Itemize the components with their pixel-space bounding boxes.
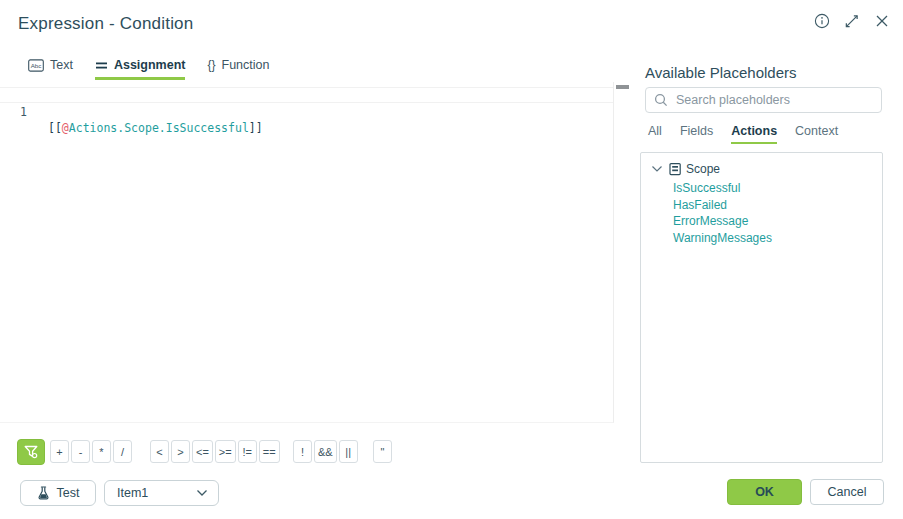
tab-text[interactable]: Abc Text: [28, 58, 73, 80]
ph-tab-all[interactable]: All: [648, 124, 662, 144]
tree-children: IsSuccessful HasFailed ErrorMessage Warn…: [673, 180, 882, 246]
operator-group-quote: ": [373, 440, 392, 463]
tree-leaf[interactable]: WarningMessages: [673, 230, 882, 247]
ph-tab-context[interactable]: Context: [795, 124, 838, 144]
token-path: Actions.Scope.IsSuccessful: [69, 121, 249, 135]
scrollbar-thumb[interactable]: [616, 85, 629, 89]
placeholder-search: [645, 87, 882, 113]
test-button[interactable]: Test: [20, 480, 96, 506]
cancel-button[interactable]: Cancel: [810, 479, 884, 505]
tab-assignment[interactable]: Assignment: [95, 58, 186, 80]
tab-label: Text: [50, 58, 73, 72]
operator-button[interactable]: ==: [259, 440, 280, 463]
tab-label: Assignment: [114, 58, 186, 72]
svg-text:Abc: Abc: [31, 62, 42, 69]
chevron-down-icon: [650, 164, 664, 174]
scope-icon: [668, 162, 682, 176]
code-editor[interactable]: 1 [[@Actions.Scope.IsSuccessful]]: [0, 82, 614, 423]
operator-button[interactable]: >: [171, 440, 190, 463]
operator-group-arithmetic: + - * /: [50, 440, 132, 463]
code-content: [[@Actions.Scope.IsSuccessful]]: [48, 120, 263, 136]
operator-button[interactable]: -: [71, 440, 90, 463]
code-line-1: 1 [[@Actions.Scope.IsSuccessful]]: [0, 87, 613, 103]
tree-leaf[interactable]: ErrorMessage: [673, 213, 882, 230]
window-controls: [813, 12, 890, 29]
tree-node-label: Scope: [686, 162, 720, 176]
token-close-bracket: ]]: [249, 121, 263, 135]
tab-label: Function: [222, 58, 270, 72]
token-open-bracket: [[: [48, 121, 62, 135]
operator-button[interactable]: +: [50, 440, 69, 463]
operator-button[interactable]: >=: [215, 440, 236, 463]
ph-tab-fields[interactable]: Fields: [680, 124, 713, 144]
expression-dialog: Expression - Condition Abc Text Assignme…: [0, 0, 903, 519]
operator-button[interactable]: /: [113, 440, 132, 463]
equals-icon: [95, 60, 108, 71]
ph-tab-actions[interactable]: Actions: [731, 124, 777, 144]
placeholders-panel-title: Available Placeholders: [645, 64, 797, 81]
abc-icon: Abc: [28, 59, 44, 72]
operator-button[interactable]: ||: [339, 440, 358, 463]
search-input[interactable]: [676, 93, 873, 107]
operator-group-comparison: < > <= >= != ==: [150, 440, 280, 463]
close-icon[interactable]: [873, 12, 890, 29]
filter-button[interactable]: [17, 439, 45, 465]
tree-leaf[interactable]: HasFailed: [673, 197, 882, 214]
operator-button[interactable]: <=: [192, 440, 213, 463]
search-icon: [654, 93, 668, 107]
tree-node-scope[interactable]: Scope: [650, 162, 882, 176]
operator-button[interactable]: !=: [238, 440, 257, 463]
token-at: @: [62, 121, 69, 135]
editor-tab-bar: Abc Text Assignment {} Function: [28, 58, 269, 80]
item-select-dropdown[interactable]: Item1: [104, 480, 219, 506]
page-title: Expression - Condition: [18, 14, 193, 34]
operator-button[interactable]: <: [150, 440, 169, 463]
test-button-label: Test: [57, 486, 80, 500]
operator-button[interactable]: ": [373, 440, 392, 463]
tree-leaf[interactable]: IsSuccessful: [673, 180, 882, 197]
item-select-value: Item1: [117, 486, 148, 500]
braces-icon: {}: [207, 58, 215, 72]
expand-icon[interactable]: [843, 12, 860, 29]
filter-funnel-icon: [23, 444, 39, 460]
chevron-down-icon: [196, 489, 208, 497]
flask-icon: [37, 486, 50, 500]
ok-button[interactable]: OK: [727, 479, 802, 505]
operator-button[interactable]: &&: [314, 440, 337, 463]
placeholder-tab-bar: All Fields Actions Context: [648, 124, 838, 144]
tab-function[interactable]: {} Function: [207, 58, 269, 80]
line-number: 1: [20, 104, 27, 120]
info-icon[interactable]: [813, 12, 830, 29]
placeholder-tree: Scope IsSuccessful HasFailed ErrorMessag…: [640, 152, 883, 463]
operator-group-logical: ! && ||: [293, 440, 358, 463]
operator-button[interactable]: *: [92, 440, 111, 463]
operator-button[interactable]: !: [293, 440, 312, 463]
